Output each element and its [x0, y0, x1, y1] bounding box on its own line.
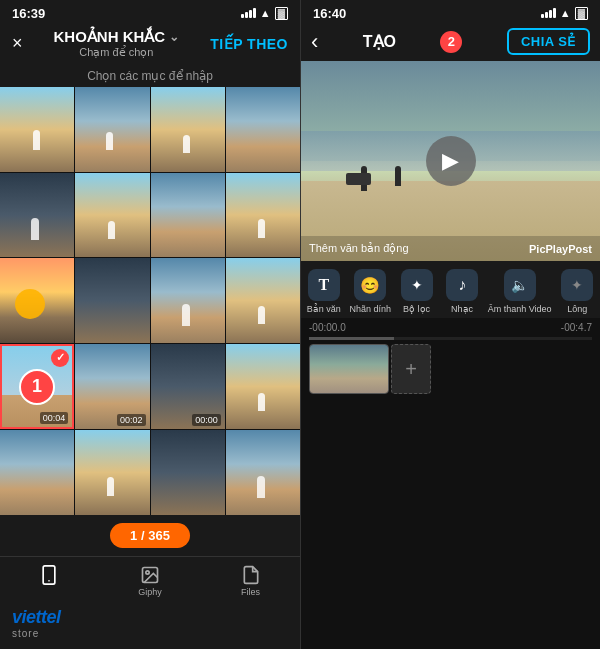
- left-time: 16:39: [12, 6, 45, 21]
- photo-cell[interactable]: [226, 87, 300, 172]
- video-preview[interactable]: ▶ Thêm văn bản động PicPlayPost: [301, 61, 600, 261]
- photo-duration-2: 00:02: [117, 414, 146, 426]
- counter-badge[interactable]: 1 / 365: [110, 523, 190, 548]
- rbar2: [545, 12, 548, 18]
- photo-cell-selected[interactable]: ✓ 00:04 1: [0, 344, 74, 430]
- tool-bo-loc[interactable]: ✦ Bộ lọc: [397, 269, 437, 314]
- close-button[interactable]: ×: [12, 33, 23, 54]
- photo-cell[interactable]: [0, 87, 74, 172]
- clip-inner-1: [310, 345, 388, 393]
- nav-item-giphy[interactable]: Giphy: [138, 565, 162, 597]
- photo-cell[interactable]: [0, 430, 74, 515]
- files-icon: [241, 565, 261, 585]
- left-status-bar: 16:39 ▲ ▓: [0, 0, 300, 22]
- photo-cell[interactable]: [226, 173, 300, 258]
- tool-nhan-dinh[interactable]: 😊 Nhãn dính: [349, 269, 391, 314]
- nav-item-files[interactable]: Files: [241, 565, 261, 597]
- wifi-icon: ▲: [260, 7, 271, 19]
- am-thanh-icon: 🔈: [504, 269, 536, 301]
- photo-cell[interactable]: [75, 258, 149, 343]
- right-header-title: TẠO: [363, 32, 396, 51]
- viettel-logo: viettel store: [0, 601, 300, 649]
- giphy-icon: [140, 565, 160, 585]
- viettel-brand: viettel: [12, 607, 61, 628]
- right-status-icons: ▲ ▓: [541, 7, 588, 20]
- nhan-dinh-icon: 😊: [354, 269, 386, 301]
- photo-cell[interactable]: [226, 344, 300, 430]
- tool-nhac[interactable]: ♪ Nhạc: [442, 269, 482, 314]
- tool-label-ban-van: Bản văn: [307, 304, 341, 314]
- badge-2-number: 2: [448, 34, 455, 49]
- photo-duration-3: 00:00: [192, 414, 221, 426]
- nav-label-files: Files: [241, 587, 260, 597]
- tool-ban-van[interactable]: T Bản văn: [304, 269, 344, 314]
- next-button[interactable]: TIẾP THEO: [210, 36, 288, 52]
- photo-cell[interactable]: 00:00: [151, 344, 225, 430]
- bar4: [253, 8, 256, 18]
- nhac-icon: ♪: [446, 269, 478, 301]
- left-panel: 16:39 ▲ ▓ × KHOẢNH KHẮC ⌄ Chạm để chọn T…: [0, 0, 300, 649]
- photo-duration-1: 00:04: [40, 412, 69, 424]
- tool-label-nhan-dinh: Nhãn dính: [349, 304, 391, 314]
- header-title: KHOẢNH KHẮC ⌄: [54, 28, 180, 46]
- play-button[interactable]: ▶: [426, 136, 476, 186]
- timeline-section: -00:00.0 -00:4.7 +: [301, 318, 600, 649]
- photo-cell[interactable]: [75, 87, 149, 172]
- right-battery-icon: ▓: [575, 7, 588, 20]
- photo-cell[interactable]: [151, 173, 225, 258]
- store-label: store: [12, 628, 39, 639]
- svg-point-3: [146, 571, 149, 574]
- subheader-text: Chọn các mục để nhập: [87, 69, 213, 83]
- text-overlay-left: Thêm văn bản động: [309, 242, 409, 255]
- photo-cell[interactable]: [75, 173, 149, 258]
- svg-point-1: [49, 580, 51, 582]
- photo-cell[interactable]: [151, 258, 225, 343]
- badge-number: 1: [32, 376, 42, 397]
- rbar3: [549, 10, 552, 18]
- photo-cell[interactable]: [75, 430, 149, 515]
- timeline-start: -00:00.0: [309, 322, 346, 333]
- back-button[interactable]: ‹: [311, 29, 318, 55]
- tool-label-am-thanh: Âm thanh Video: [488, 304, 552, 314]
- tool-long[interactable]: ✦ Lông: [557, 269, 597, 314]
- tool-label-nhac: Nhạc: [451, 304, 473, 314]
- play-icon: ▶: [442, 148, 459, 174]
- moto-silhouette: [346, 173, 371, 185]
- left-footer: 1 / 365: [0, 515, 300, 556]
- photo-cell[interactable]: [0, 173, 74, 258]
- timeline-header: -00:00.0 -00:4.7: [301, 318, 600, 337]
- text-overlay: Thêm văn bản động PicPlayPost: [301, 236, 600, 261]
- left-status-icons: ▲ ▓: [241, 7, 288, 20]
- bo-loc-icon: ✦: [401, 269, 433, 301]
- ban-van-icon: T: [308, 269, 340, 301]
- tool-am-thanh[interactable]: 🔈 Âm thanh Video: [488, 269, 552, 314]
- right-status-bar: 16:40 ▲ ▓: [301, 0, 600, 22]
- photo-cell[interactable]: [151, 87, 225, 172]
- bar3: [249, 10, 252, 18]
- text-overlay-right: PicPlayPost: [529, 243, 592, 255]
- left-subheader: Chọn các mục để nhập: [0, 65, 300, 87]
- photo-cell[interactable]: [151, 430, 225, 515]
- timeline-clip-1[interactable]: [309, 344, 389, 394]
- timeline-end: -00:4.7: [561, 322, 592, 333]
- timeline-progress: [309, 337, 394, 340]
- right-signal-bars: [541, 8, 556, 18]
- header-center: KHOẢNH KHẮC ⌄ Chạm để chọn: [54, 28, 180, 59]
- phone-icon: [39, 565, 59, 585]
- nav-item-phone[interactable]: [39, 565, 59, 597]
- bar1: [241, 14, 244, 18]
- left-header: × KHOẢNH KHẮC ⌄ Chạm để chọn TIẾP THEO: [0, 22, 300, 65]
- photo-cell[interactable]: [226, 258, 300, 343]
- step-badge-2: 2: [440, 31, 462, 53]
- nav-label-giphy: Giphy: [138, 587, 162, 597]
- chevron-down-icon[interactable]: ⌄: [169, 30, 179, 44]
- photo-cell[interactable]: 00:02: [75, 344, 149, 430]
- signal-bars: [241, 8, 256, 18]
- tool-label-bo-loc: Bộ lọc: [403, 304, 430, 314]
- chia-se-button[interactable]: CHIA SẺ: [507, 28, 590, 55]
- photo-cell[interactable]: [226, 430, 300, 515]
- timeline-ruler: [309, 337, 592, 340]
- timeline-add-button[interactable]: +: [391, 344, 431, 394]
- photo-cell[interactable]: [0, 258, 74, 343]
- header-title-text: KHOẢNH KHẮC: [54, 28, 166, 46]
